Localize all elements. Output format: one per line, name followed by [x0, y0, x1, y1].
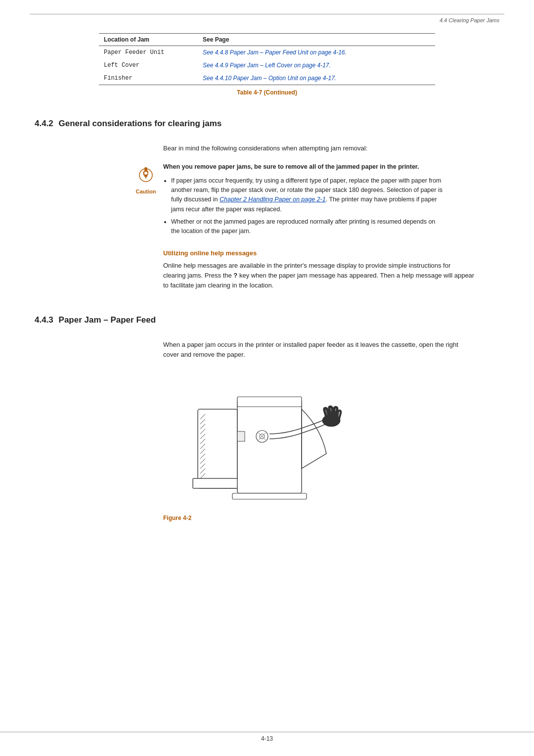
table-row: Paper Feeder Unit See 4.4.8 Paper Jam – …: [99, 46, 435, 59]
page-container: 4.4 Clearing Paper Jams Location of Jam …: [0, 0, 534, 756]
subsection-text: Online help messages are available in th…: [163, 261, 475, 290]
section-443-text: When a paper jam occurs in the printer o…: [163, 340, 475, 360]
svg-rect-29: [232, 493, 307, 499]
svg-point-3: [144, 172, 147, 175]
col2-header: See Page: [198, 34, 435, 46]
table-wrapper: Location of Jam See Page Paper Feeder Un…: [35, 33, 499, 111]
section-443: 4.4.3 Paper Jam – Paper Feed When a pape…: [35, 310, 499, 521]
caution-bullet-2: Whether or not the jammed pages are repr…: [171, 217, 445, 236]
see-page-link-2[interactable]: See 4.4.9 Paper Jam – Left Cover on page…: [203, 62, 331, 69]
caution-icon: [136, 163, 156, 188]
table-cell-location-2: Left Cover: [99, 59, 198, 72]
section-442-heading: 4.4.2 General considerations for clearin…: [35, 119, 222, 129]
section-443-heading-row: 4.4.3 Paper Jam – Paper Feed: [35, 310, 499, 333]
figure-area: [35, 370, 499, 510]
header-section-title: 4.4 Clearing Paper Jams: [440, 17, 499, 23]
section-442-number: 4.4.2: [35, 119, 53, 128]
table-cell-location-1: Paper Feeder Unit: [99, 46, 198, 59]
page-number: 4-13: [261, 735, 273, 742]
svg-rect-21: [237, 397, 302, 407]
table-row: Left Cover See 4.4.9 Paper Jam – Left Co…: [99, 59, 435, 72]
section-442: 4.4.2 General considerations for clearin…: [35, 114, 499, 290]
caution-box: Caution When you remove paper jams, be s…: [129, 162, 445, 239]
content-area: Location of Jam See Page Paper Feeder Un…: [0, 33, 534, 521]
caution-title: When you remove paper jams, be sure to r…: [163, 162, 445, 172]
see-page-link-3[interactable]: See 4.4.10 Paper Jam – Option Unit on pa…: [203, 75, 336, 82]
caution-label: Caution: [136, 189, 156, 194]
figure-caption: Figure 4-2: [163, 515, 499, 521]
subsection-heading: Utilizing online help messages: [163, 249, 475, 257]
caution-bullet-1: If paper jams occur frequently, try usin…: [171, 176, 445, 215]
top-rule: [30, 14, 504, 14]
section-442-content: Bear in mind the following consideration…: [163, 143, 475, 290]
jam-table: Location of Jam See Page Paper Feeder Un…: [99, 33, 435, 85]
see-page-link-1[interactable]: See 4.4.8 Paper Jam – Paper Feed Unit on…: [203, 49, 347, 56]
table-cell-page-3: See 4.4.10 Paper Jam – Option Unit on pa…: [198, 72, 435, 85]
table-row: Finisher See 4.4.10 Paper Jam – Option U…: [99, 72, 435, 85]
section-442-intro: Bear in mind the following consideration…: [163, 143, 475, 153]
section-443-title: Paper Jam – Paper Feed: [59, 315, 156, 325]
table-cell-location-3: Finisher: [99, 72, 198, 85]
section-443-number: 4.4.3: [35, 315, 53, 325]
section-443-heading: 4.4.3 Paper Jam – Paper Feed: [35, 315, 156, 325]
section-442-title: General considerations for clearing jams: [59, 119, 222, 128]
svg-rect-28: [237, 431, 245, 441]
caution-list: If paper jams occur frequently, try usin…: [171, 176, 445, 236]
col1-header: Location of Jam: [99, 34, 198, 46]
table-caption: Table 4-7 (Continued): [99, 89, 435, 96]
table-cell-page-2: See 4.4.9 Paper Jam – Left Cover on page…: [198, 59, 435, 72]
bottom-rule: [0, 732, 534, 732]
page-header: 4.4 Clearing Paper Jams: [0, 0, 534, 23]
table-cell-page-1: See 4.4.8 Paper Jam – Paper Feed Unit on…: [198, 46, 435, 59]
svg-rect-19: [193, 478, 242, 488]
printer-illustration: [178, 370, 356, 510]
inner-table-wrap: Location of Jam See Page Paper Feeder Un…: [99, 33, 435, 111]
caution-icon-area: Caution: [129, 162, 163, 194]
subsection-online-help: Utilizing online help messages Online he…: [163, 249, 475, 290]
caution-content: When you remove paper jams, be sure to r…: [163, 162, 445, 239]
section-442-heading-row: 4.4.2 General considerations for clearin…: [35, 114, 499, 137]
svg-rect-20: [237, 399, 302, 493]
section-443-content: When a paper jam occurs in the printer o…: [163, 340, 475, 360]
chapter-link[interactable]: Chapter 2 Handling Paper on page 2-1: [220, 196, 326, 203]
svg-rect-4: [198, 409, 237, 488]
